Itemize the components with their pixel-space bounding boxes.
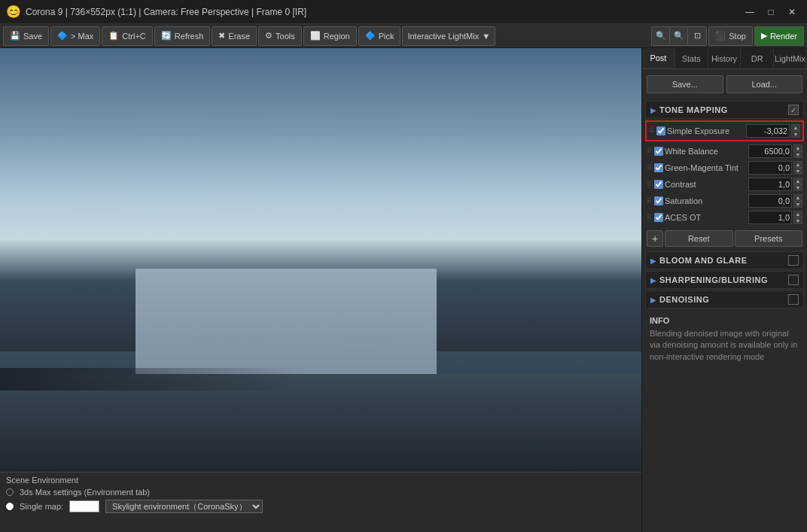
tab-stats[interactable]: Stats — [675, 48, 708, 68]
param-row-aces-ot: ⠿ ACES OT 1,0 ▲ ▼ — [645, 209, 804, 226]
maximize-button[interactable]: □ — [762, 3, 780, 21]
refresh-button[interactable]: 🔄 Refresh — [154, 26, 211, 46]
render-area: Scene Environment 3ds Max settings (Envi… — [0, 48, 641, 532]
value-aces-ot[interactable]: 1,0 — [748, 211, 792, 224]
close-button[interactable]: ✕ — [783, 3, 801, 21]
denoising-checkbox[interactable] — [788, 294, 799, 305]
scene-env-label: Scene Environment — [6, 476, 78, 485]
save-button[interactable]: 💾 Save — [3, 26, 49, 46]
spinner-up-aces-ot[interactable]: ▲ — [793, 211, 802, 217]
region-icon: ⬜ — [310, 31, 321, 41]
toolbar: 💾 Save 🔷 > Max 📋 Ctrl+C 🔄 Refresh ✖ Eras… — [0, 24, 807, 48]
tab-post[interactable]: Post — [642, 48, 675, 68]
stop-icon: ⬛ — [715, 31, 726, 41]
spinner-down-aces-ot[interactable]: ▼ — [793, 217, 802, 224]
save-panel-button[interactable]: Save... — [647, 75, 723, 93]
stop-button[interactable]: ⬛ Stop — [708, 26, 753, 46]
value-contrast[interactable]: 1,0 — [748, 178, 792, 191]
sharpening-header[interactable]: ▶ SHARPENING/BLURRING — [645, 271, 804, 289]
title-bar-text: Corona 9 | 736×552px (1:1) | Camera: Fre… — [26, 7, 306, 17]
label-aces-ot: ACES OT — [665, 213, 747, 222]
tab-lightmix[interactable]: LightMix — [774, 48, 807, 68]
main-layout: Scene Environment 3ds Max settings (Envi… — [0, 48, 807, 532]
checkbox-simple-exposure[interactable] — [656, 126, 665, 135]
tab-dr[interactable]: DR — [741, 48, 774, 68]
skylight-dropdown[interactable]: Skylight environment（CoronaSky） — [105, 500, 263, 513]
bloom-glare-checkbox[interactable] — [788, 255, 799, 266]
drag-icon-simple-exposure[interactable]: ⠿ — [649, 127, 655, 135]
drag-icon-white-balance[interactable]: ⠿ — [647, 147, 653, 155]
zoom-in-icon[interactable]: 🔍 — [652, 27, 670, 45]
checkbox-contrast[interactable] — [654, 180, 663, 189]
zoom-out-icon[interactable]: 🔍 — [670, 27, 688, 45]
checkbox-green-magenta[interactable] — [654, 163, 663, 172]
checkbox-aces-ot[interactable] — [654, 213, 663, 222]
spinner-up-contrast[interactable]: ▲ — [793, 178, 802, 184]
param-row-white-balance: ⠿ White Balance 6500,0 ▲ ▼ — [645, 143, 804, 160]
label-simple-exposure: Simple Exposure — [667, 126, 745, 135]
lightmix-dropdown[interactable]: Interactive LightMix ▼ — [402, 26, 495, 46]
spinner-aces-ot: ▲ ▼ — [793, 211, 802, 224]
spinner-up-green-magenta[interactable]: ▲ — [793, 161, 802, 168]
ctrlc-button[interactable]: 📋 Ctrl+C — [102, 26, 152, 46]
value-white-balance[interactable]: 6500,0 — [748, 144, 792, 158]
spinner-down-contrast[interactable]: ▼ — [793, 184, 802, 191]
tools-button[interactable]: ⚙ Tools — [258, 26, 302, 46]
panel-tabs: Post Stats History DR LightMix — [642, 48, 807, 69]
color-swatch[interactable] — [69, 500, 99, 512]
search-group: 🔍 🔍 ⊡ — [651, 26, 707, 46]
render-button[interactable]: ▶ Render — [754, 26, 804, 46]
tone-mapping-header[interactable]: ▶ TONE MAPPING ✓ — [645, 101, 804, 119]
sharpening-checkbox[interactable] — [788, 275, 799, 285]
radio-singlemap[interactable] — [6, 503, 14, 510]
building-shadow — [0, 368, 301, 391]
render-viewport[interactable] — [0, 48, 641, 472]
spinner-up-white-balance[interactable]: ▲ — [793, 144, 802, 151]
max-icon: 🔷 — [57, 31, 68, 41]
bloom-glare-header[interactable]: ▶ BLOOM AND GLARE — [645, 251, 804, 269]
erase-button[interactable]: ✖ Erase — [212, 26, 257, 46]
tone-mapping-title: TONE MAPPING — [659, 105, 785, 114]
drag-icon-aces-ot[interactable]: ⠿ — [647, 214, 653, 221]
spinner-down-green-magenta[interactable]: ▼ — [793, 168, 802, 175]
max-button[interactable]: 🔷 > Max — [50, 26, 100, 46]
denoising-header[interactable]: ▶ DENOISING — [645, 290, 804, 309]
checkbox-saturation[interactable] — [654, 196, 663, 205]
value-saturation[interactable]: 0,0 — [748, 194, 792, 208]
radio-3dsmax[interactable] — [6, 488, 14, 496]
minimize-button[interactable]: — — [741, 3, 759, 21]
reset-button[interactable]: Reset — [665, 230, 733, 247]
spinner-up-saturation[interactable]: ▲ — [793, 194, 802, 201]
presets-button[interactable]: Presets — [735, 230, 803, 247]
spinner-down-simple-exposure[interactable]: ▼ — [791, 131, 800, 138]
pick-button[interactable]: 🔷 Pick — [358, 26, 401, 46]
tone-mapping-checkbox[interactable]: ✓ — [788, 105, 799, 115]
value-simple-exposure[interactable]: -3,032 — [746, 124, 790, 138]
app-icon: 😊 — [6, 5, 21, 19]
drag-icon-contrast[interactable]: ⠿ — [647, 181, 653, 188]
drag-icon-saturation[interactable]: ⠿ — [647, 197, 653, 205]
drag-icon-green-magenta[interactable]: ⠿ — [647, 164, 653, 172]
bloom-expand-icon: ▶ — [650, 257, 656, 265]
denoising-title: DENOISING — [659, 295, 785, 304]
title-bar: 😊 Corona 9 | 736×552px (1:1) | Camera: F… — [0, 0, 807, 24]
simple-exposure-highlight: ⠿ Simple Exposure -3,032 ▲ ▼ — [645, 120, 804, 141]
add-param-button[interactable]: + — [647, 230, 663, 247]
checkbox-white-balance[interactable] — [654, 147, 663, 156]
tools-icon: ⚙ — [265, 31, 273, 41]
refresh-icon: 🔄 — [161, 31, 172, 41]
spinner-up-simple-exposure[interactable]: ▲ — [791, 124, 800, 131]
spinner-down-white-balance[interactable]: ▼ — [793, 151, 802, 158]
region-button[interactable]: ⬜ Region — [303, 26, 357, 46]
value-green-magenta[interactable]: 0,0 — [748, 161, 792, 175]
sharpening-title: SHARPENING/BLURRING — [659, 275, 785, 284]
fit-icon[interactable]: ⊡ — [688, 27, 706, 45]
section-expand-icon: ▶ — [650, 106, 656, 114]
spinner-down-saturation[interactable]: ▼ — [793, 201, 802, 208]
erase-icon: ✖ — [218, 31, 225, 41]
spinner-saturation: ▲ ▼ — [793, 194, 802, 208]
tab-history[interactable]: History — [708, 48, 742, 68]
panel-content[interactable]: Save... Load... ▶ TONE MAPPING ✓ ⠿ Simpl… — [642, 69, 807, 532]
load-panel-button[interactable]: Load... — [726, 75, 803, 93]
param-row-contrast: ⠿ Contrast 1,0 ▲ ▼ — [645, 176, 804, 193]
